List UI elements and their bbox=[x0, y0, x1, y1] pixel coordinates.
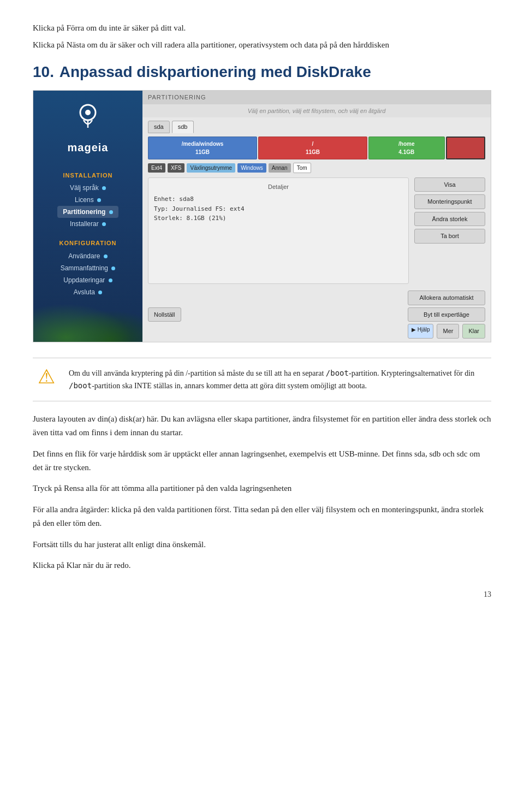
detail-title: Detaljer bbox=[154, 182, 403, 192]
sidebar-item-sammanfattning[interactable]: Sammanfattning bbox=[56, 262, 120, 274]
legend-windows: Windows bbox=[237, 163, 266, 173]
body-paragraph-2: Det finns en flik för varje hårddisk som… bbox=[33, 447, 491, 475]
detail-line3: Storlek: 8.1GB (21%) bbox=[154, 214, 403, 223]
bottom-left-buttons: Nollställ bbox=[148, 307, 181, 322]
partition-windows-size: 11GB bbox=[195, 148, 210, 156]
partition-root-label: / bbox=[312, 140, 314, 148]
main-panel: PARTITIONERING Välj en partition, välj e… bbox=[142, 91, 491, 342]
bottom-area: Nollställ Allokera automatiskt Byt till … bbox=[142, 287, 491, 342]
section-number: 10. bbox=[33, 63, 54, 80]
btn-andra-storlek[interactable]: Ändra storlek bbox=[414, 212, 485, 227]
hjalp-label: Hjälp bbox=[418, 327, 430, 333]
btn-monteringspunkt[interactable]: Monteringspunkt bbox=[414, 194, 485, 209]
bottom-action-btns: ▶ Hjälp Mer Klar bbox=[408, 324, 485, 339]
page-number: 13 bbox=[33, 589, 491, 600]
section-title: Anpassad diskpartionering med DiskDrake bbox=[59, 63, 371, 80]
mageia-logo: mageia bbox=[68, 100, 109, 156]
btn-visa[interactable]: Visa bbox=[414, 177, 485, 192]
notice-text: Om du vill använda kryptering på din /-p… bbox=[69, 367, 491, 393]
installation-label: INSTALLATION bbox=[63, 171, 112, 180]
detail-line1: Enhet: sda8 bbox=[154, 194, 403, 204]
sidebar-item-sprak[interactable]: Välj språk bbox=[66, 182, 110, 194]
hjalp-icon: ▶ bbox=[412, 327, 416, 333]
tab-sda[interactable]: sda bbox=[148, 121, 170, 133]
btn-mer[interactable]: Mer bbox=[437, 324, 459, 339]
notice-box: ⚠ Om du vill använda kryptering på din /… bbox=[33, 358, 491, 402]
partition-windows[interactable]: /media/windows 11GB bbox=[148, 137, 257, 159]
partition-windows-label: /media/windows bbox=[182, 140, 224, 148]
tab-sdb[interactable]: sdb bbox=[172, 121, 194, 133]
svg-point-1 bbox=[85, 110, 91, 115]
legend-xfs: XFS bbox=[168, 163, 184, 173]
disk-tabs: sda sdb bbox=[142, 117, 491, 134]
btn-expert[interactable]: Byt till expertläge bbox=[408, 307, 485, 322]
sidebar-item-installerar[interactable]: Installerar bbox=[66, 218, 110, 230]
legend-ext4: Ext4 bbox=[148, 163, 165, 173]
partition-home-size: 4.1GB bbox=[398, 148, 414, 156]
legend-tom: Tom bbox=[293, 163, 311, 173]
notice-text1: Om du vill använda kryptering på din /-p… bbox=[69, 369, 474, 390]
btn-hjalp[interactable]: ▶ Hjälp bbox=[408, 324, 434, 339]
partition-unknown[interactable] bbox=[446, 137, 485, 159]
screenshot-container: mageia INSTALLATION Välj språk Licens Pa… bbox=[33, 90, 491, 342]
intro-line1: Klicka på Förra om du inte är säker på d… bbox=[33, 22, 491, 34]
legend-swap: Växlingsutrymme bbox=[187, 163, 235, 173]
sidebar-item-anvandare[interactable]: Användare bbox=[64, 250, 111, 262]
body-paragraph-6: Klicka på Klar när du är redo. bbox=[33, 559, 491, 572]
sidebar-decoration bbox=[33, 298, 142, 342]
detail-line2: Typ: Journalised FS: ext4 bbox=[154, 204, 403, 214]
body-paragraph-4: För alla andra åtgärder: klicka på den v… bbox=[33, 503, 491, 530]
legend-annan: Annan bbox=[269, 163, 291, 173]
partition-bar: /media/windows 11GB / 11GB /home 4.1GB bbox=[142, 134, 491, 162]
warning-icon: ⚠ bbox=[33, 367, 60, 387]
bottom-right-buttons: Allokera automatiskt Byt till expertläge… bbox=[408, 291, 485, 339]
body-paragraph-1: Justera layouten av din(a) disk(ar) här.… bbox=[33, 412, 491, 440]
logo-text: mageia bbox=[68, 139, 109, 156]
body-paragraph-5: Fortsätt tills du har justerat allt enli… bbox=[33, 538, 491, 552]
body-paragraph-3: Tryck på Rensa alla för att tömma alla p… bbox=[33, 482, 491, 495]
partition-root-size: 11GB bbox=[306, 148, 320, 156]
sidebar: mageia INSTALLATION Välj språk Licens Pa… bbox=[33, 91, 142, 342]
partition-root[interactable]: / 11GB bbox=[258, 137, 367, 159]
content-area: Detaljer Enhet: sda8 Typ: Journalised FS… bbox=[142, 174, 491, 288]
partition-home-label: /home bbox=[398, 140, 414, 148]
sidebar-item-partitionering[interactable]: Partitionering bbox=[57, 206, 118, 218]
sidebar-item-avsluta[interactable]: Avsluta bbox=[69, 286, 106, 298]
action-buttons: Visa Monteringspunkt Ändra storlek Ta bo… bbox=[414, 177, 485, 285]
btn-allokera[interactable]: Allokera automatiskt bbox=[408, 291, 485, 305]
sidebar-item-uppdateringar[interactable]: Uppdateringar bbox=[59, 274, 116, 286]
detail-area: Detaljer Enhet: sda8 Typ: Journalised FS… bbox=[148, 177, 409, 285]
panel-title: PARTITIONERING bbox=[142, 91, 491, 104]
btn-klar[interactable]: Klar bbox=[462, 324, 485, 339]
sidebar-item-licens[interactable]: Licens bbox=[70, 194, 105, 206]
panel-subtitle: Välj en partition, välj ett filsystem, o… bbox=[142, 104, 491, 118]
legend-bar: Ext4 XFS Växlingsutrymme Windows Annan T… bbox=[142, 162, 491, 174]
konfiguration-label: KONFIGURATION bbox=[59, 239, 116, 248]
btn-nollstall[interactable]: Nollställ bbox=[148, 307, 181, 322]
intro-line2: Klicka på Nästa om du är säker och vill … bbox=[33, 39, 491, 51]
btn-ta-bort[interactable]: Ta bort bbox=[414, 229, 485, 244]
partition-home[interactable]: /home 4.1GB bbox=[368, 137, 445, 159]
